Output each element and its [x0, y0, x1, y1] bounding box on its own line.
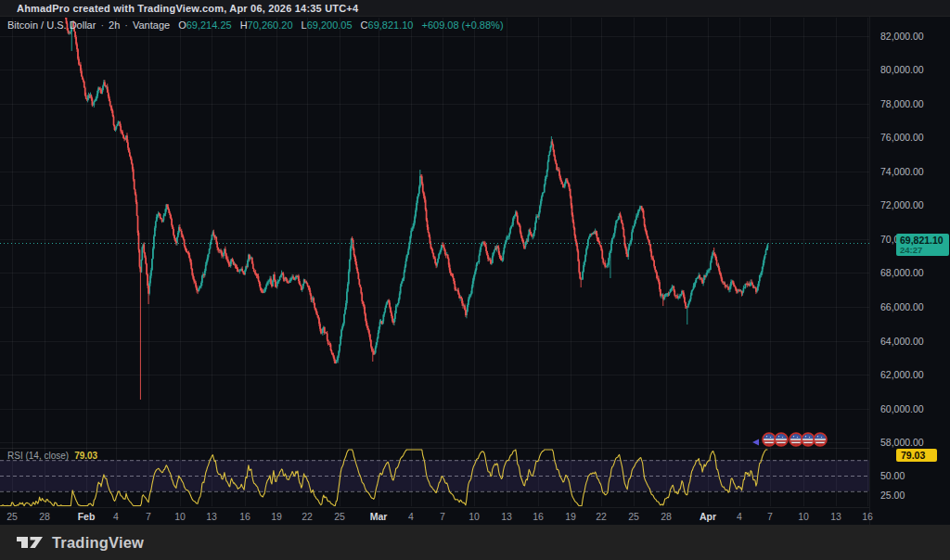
price-axis-label: 72,000.00 [880, 199, 924, 210]
symbol-legend[interactable]: Bitcoin / U.S. Dollar · 2h · Vantage O69… [7, 19, 504, 31]
time-axis-label: 25 [319, 508, 360, 526]
price-axis-label: 60,000.00 [880, 403, 924, 414]
change-value: +609.08 (+0.88%) [421, 19, 503, 31]
price-axis-label: 80,000.00 [880, 64, 924, 75]
buy-arrow-mark-icon[interactable] [752, 439, 759, 446]
rsi-current-value: 79.03 [74, 451, 97, 461]
time-axis[interactable]: 2528Feb47101316192225Mar4710131619222528… [0, 507, 869, 525]
tradingview-logo-icon[interactable] [16, 534, 44, 551]
usa-flag-mark-icon[interactable] [790, 433, 802, 446]
tradingview-chart-snapshot: AhmadPro created with TradingView.com, A… [0, 0, 950, 560]
usa-flag-mark-icon[interactable] [775, 433, 788, 446]
chart-marks[interactable] [752, 433, 827, 446]
legend-separator: · [124, 19, 128, 31]
symbol-title[interactable]: Bitcoin / U.S. Dollar [7, 19, 96, 31]
low-value: 69,200.05 [307, 19, 353, 31]
current-price-label: 69,821.10 24:27 [896, 234, 949, 256]
rsi-axis-label: 25.00 [880, 490, 905, 501]
bar-countdown: 24:27 [900, 246, 949, 255]
brand-text[interactable]: TradingView [52, 534, 144, 552]
rsi-legend[interactable]: RSI (14, close)79.03 [7, 451, 97, 461]
chart-canvas[interactable] [0, 0, 950, 560]
price-axis-label: 74,000.00 [880, 166, 924, 177]
price-axis-label: 78,000.00 [880, 98, 924, 109]
usa-flag-mark-icon[interactable] [814, 433, 827, 446]
time-axis-label: 16 [847, 508, 888, 526]
price-axis-label: 58,000.00 [880, 437, 924, 448]
price-axis-label: 82,000.00 [880, 31, 924, 42]
close-value: 69,821.10 [368, 19, 414, 31]
footer-bar: TradingView [0, 525, 950, 560]
price-axis-label: 66,000.00 [880, 301, 924, 312]
price-axis-label: 62,000.00 [880, 369, 924, 380]
watermark-bar: AhmadPro created with TradingView.com, A… [0, 0, 950, 17]
high-label: H [240, 19, 248, 31]
watermark-text: AhmadPro created with TradingView.com, A… [17, 3, 358, 14]
open-value: 69,214.25 [186, 19, 232, 31]
price-axis-label: 68,000.00 [880, 267, 924, 278]
rsi-axis-label: 50.00 [880, 470, 905, 481]
usa-flag-mark-icon[interactable] [763, 433, 776, 446]
price-axis[interactable]: 25.0050.0058,000.0060,000.0062,000.0064,… [869, 17, 950, 525]
usa-flag-mark-icon[interactable] [802, 433, 815, 446]
interval-label[interactable]: 2h [109, 19, 120, 31]
price-axis-label: 64,000.00 [880, 336, 924, 347]
candlestick-series [0, 0, 767, 400]
exchange-label: Vantage [133, 19, 170, 31]
open-label: O [178, 19, 186, 31]
price-axis-label: 76,000.00 [880, 132, 924, 143]
rsi-value-label: 79.03 [896, 449, 937, 462]
time-axis-label: 28 [646, 508, 687, 526]
legend-separator: · [100, 19, 104, 31]
close-label: C [361, 19, 368, 31]
high-value: 70,260.20 [248, 19, 293, 31]
rsi-title[interactable]: RSI (14, close) [7, 451, 69, 461]
time-axis-label: 28 [24, 508, 65, 526]
